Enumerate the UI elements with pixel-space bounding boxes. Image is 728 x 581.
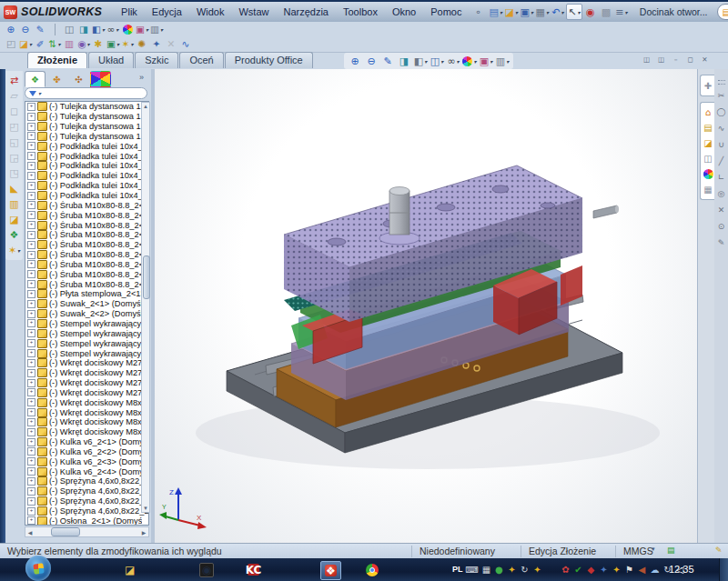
expand-icon[interactable]: [27, 467, 35, 476]
expand-icon[interactable]: [27, 319, 35, 327]
tree-item[interactable]: (-) Stempel wykrawający_: [25, 348, 148, 358]
expand-icon[interactable]: [27, 477, 35, 486]
dropdown-arrow-icon[interactable]: ▾: [102, 26, 105, 33]
taskpane-tools-tab[interactable]: ✚: [700, 75, 715, 96]
close-sketch-icon[interactable]: ✕: [718, 205, 725, 215]
scroll-left-icon[interactable]: ◀: [25, 529, 35, 536]
dropdown-arrow-icon[interactable]: ▾: [146, 26, 148, 33]
expand-icon[interactable]: [27, 280, 35, 288]
save-icon[interactable]: ▣▾: [520, 5, 534, 19]
motion-study-icon[interactable]: ✺: [135, 37, 149, 52]
expand-icon[interactable]: [27, 379, 35, 387]
side-stud[interactable]: [593, 205, 619, 218]
featuremanager-tree-tab[interactable]: ❖: [25, 71, 46, 87]
select-cursor-icon[interactable]: ↖▾: [566, 4, 582, 20]
dropdown-arrow-icon[interactable]: ▾: [473, 58, 476, 65]
dropdown-arrow-icon[interactable]: ▾: [561, 9, 563, 15]
tree-item[interactable]: (-) Podkładka tulei 10x4_: [25, 191, 148, 201]
file-properties-icon[interactable]: ≡▾: [614, 5, 629, 19]
dropdown-arrow-icon[interactable]: ▾: [546, 9, 549, 15]
dropdown-arrow-icon[interactable]: ▾: [457, 58, 460, 65]
circle-icon[interactable]: ◯: [716, 107, 725, 116]
configurationmanager-tab[interactable]: ✣: [68, 71, 89, 87]
interference-detection-icon[interactable]: ✕: [164, 37, 178, 52]
options-icon[interactable]: ▩: [599, 5, 613, 19]
menu-item[interactable]: Widok: [190, 5, 231, 19]
expand-icon[interactable]: [27, 241, 35, 249]
tree-item[interactable]: (-) Wkręt dociskowy M27: [25, 368, 148, 378]
section-view-icon[interactable]: ◨: [76, 22, 91, 36]
expand-icon[interactable]: [27, 516, 35, 525]
graphics-viewport[interactable]: Z X Y: [155, 69, 697, 543]
expand-icon[interactable]: [27, 231, 35, 239]
trim-entities-icon[interactable]: ◱: [7, 135, 22, 149]
expand-icon[interactable]: [27, 388, 35, 396]
explorer-button[interactable]: ◪: [121, 561, 138, 578]
tree-item[interactable]: (-) Podkładka tulei 10x4_: [25, 151, 148, 161]
expand-icon[interactable]: [27, 211, 35, 219]
new-document-icon[interactable]: ▤▾: [489, 5, 503, 19]
2d-to-3d-icon[interactable]: ⇄: [7, 74, 22, 87]
move-component-icon[interactable]: ⇅▾: [47, 37, 62, 52]
dropdown-arrow-icon[interactable]: ▾: [577, 9, 580, 15]
dropdown-arrow-icon[interactable]: ▾: [116, 41, 119, 47]
dropdown-arrow-icon[interactable]: ▾: [624, 9, 627, 15]
units-indicator[interactable]: MMGS: [615, 546, 653, 557]
scroll-up-icon[interactable]: ▲: [142, 104, 149, 109]
tree-item[interactable]: (-) Wkręt dociskowy M27: [25, 378, 148, 388]
menu-item[interactable]: Edycja: [146, 5, 188, 19]
expand-icon[interactable]: [27, 438, 35, 446]
sketch-ghost-icon[interactable]: ▱: [7, 89, 22, 103]
appearances-icon[interactable]: ▾: [462, 54, 477, 68]
scroll-thumb[interactable]: [143, 255, 150, 299]
key-icon[interactable]: ✦: [507, 564, 517, 576]
tree-item[interactable]: (-) Tulejka dystansowa 1:: [25, 122, 148, 132]
tree-vertical-scrollbar[interactable]: ▲ ▼: [141, 102, 150, 513]
point-icon[interactable]: ⊙: [718, 222, 725, 231]
menu-item[interactable]: Pomoc: [424, 5, 468, 19]
menu-item[interactable]: Wstaw: [232, 5, 275, 19]
update-icon[interactable]: ✦: [599, 564, 609, 576]
expand-icon[interactable]: [27, 123, 35, 131]
expand-icon[interactable]: [27, 457, 35, 466]
convert-entities-icon[interactable]: ◻: [7, 105, 22, 118]
concentric-icon[interactable]: ◎: [718, 189, 725, 198]
dropdown-arrow-icon[interactable]: ▾: [490, 58, 492, 65]
status-orb-icon[interactable]: ●: [494, 564, 504, 576]
quick-tips-icon[interactable]: ▤: [667, 546, 675, 555]
dropdown-arrow-icon[interactable]: ▾: [87, 41, 90, 47]
scissors-icon[interactable]: ✂: [718, 91, 725, 100]
view-settings-icon[interactable]: ▥▾: [149, 22, 164, 36]
tree-item[interactable]: (-) Śruba M10x80-8.8_2<9>: [25, 279, 148, 289]
scroll-down-icon[interactable]: ▼: [142, 506, 149, 511]
units-dropdown-icon[interactable]: ▾: [652, 546, 655, 553]
tree-item[interactable]: (-) Wkręt dociskowy M27: [25, 387, 148, 397]
tree-item[interactable]: (-) Osłona_2<1> (Domyś: [25, 516, 148, 526]
undo-icon[interactable]: ↶▾: [551, 5, 565, 19]
tree-item[interactable]: (-) Kulka v6_2<2> (Domy: [25, 447, 148, 457]
key2-icon[interactable]: ✦: [532, 564, 542, 576]
sync-icon[interactable]: ↻: [520, 564, 530, 576]
chrome-button[interactable]: [362, 561, 382, 578]
line-icon[interactable]: ╱: [719, 156, 723, 165]
expand-icon[interactable]: [27, 329, 35, 337]
expand-icon[interactable]: [27, 152, 35, 160]
language-indicator[interactable]: PL: [452, 564, 463, 576]
smart-fasteners-icon[interactable]: ✱: [91, 37, 106, 52]
expand-icon[interactable]: [27, 339, 35, 347]
expand-icon[interactable]: [27, 418, 35, 426]
shield-check-icon[interactable]: ✔: [573, 564, 583, 576]
tree-item[interactable]: (-) Sprężyna 4,6x0,8x22_2: [25, 476, 148, 486]
keyboard-icon[interactable]: ⌨: [466, 564, 479, 576]
menu-item[interactable]: Plik: [115, 5, 144, 19]
mate-icon[interactable]: ✐: [33, 37, 47, 52]
expand-icon[interactable]: [27, 162, 35, 170]
expand-icon[interactable]: [27, 428, 35, 436]
chamfer-icon[interactable]: ▥: [7, 197, 22, 211]
apply-scene-icon[interactable]: ▣▾: [135, 22, 149, 36]
tree-item[interactable]: (-) Wkręt dociskowy M27: [25, 358, 148, 368]
measure-icon[interactable]: ❖: [7, 228, 22, 242]
expand-icon[interactable]: [27, 172, 35, 180]
expand-icon[interactable]: [27, 182, 35, 190]
dropdown-arrow-icon[interactable]: ▾: [500, 9, 502, 15]
